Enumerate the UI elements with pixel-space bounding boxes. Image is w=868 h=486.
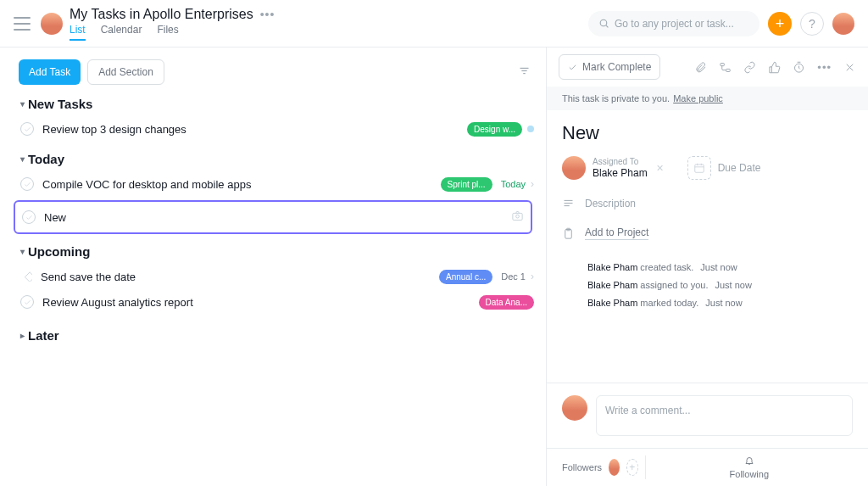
svg-rect-9 bbox=[726, 69, 730, 71]
tab-list[interactable]: List bbox=[70, 24, 86, 41]
section-today[interactable]: ▾ Today bbox=[20, 152, 539, 166]
field-row: Assigned To Blake Pham ✕ Due Date bbox=[562, 156, 853, 180]
following-label[interactable]: Following bbox=[730, 469, 769, 479]
due-date-label: Due Date bbox=[718, 162, 761, 174]
add-task-button[interactable]: Add Task bbox=[19, 59, 81, 85]
task-title: Compile VOC for desktop and mobile apps bbox=[42, 178, 441, 191]
section-title: Today bbox=[28, 152, 64, 166]
camera-icon[interactable] bbox=[511, 209, 524, 225]
topbar: My Tasks in Apollo Enterprises ••• List … bbox=[0, 0, 868, 47]
task-list-pane: Add Task Add Section ▾ New Tasks Review … bbox=[0, 47, 546, 486]
user-avatar[interactable] bbox=[832, 13, 854, 35]
link-icon[interactable] bbox=[743, 61, 756, 74]
svg-line-1 bbox=[606, 25, 608, 27]
assignee-field[interactable]: Assigned To Blake Pham ✕ bbox=[562, 156, 664, 180]
clipboard-icon bbox=[562, 227, 575, 240]
filter-icon[interactable] bbox=[518, 64, 539, 80]
complete-checkbox[interactable] bbox=[20, 177, 34, 191]
detail-task-title[interactable]: New bbox=[562, 122, 853, 144]
project-pill[interactable]: Sprint pl... bbox=[441, 177, 492, 192]
add-follower-button[interactable]: + bbox=[626, 459, 638, 476]
follower-avatar[interactable] bbox=[609, 459, 620, 476]
caret-down-icon: ▾ bbox=[20, 247, 25, 256]
due-date-field[interactable]: Due Date bbox=[687, 156, 761, 180]
make-public-link[interactable]: Make public bbox=[673, 93, 723, 103]
global-add-button[interactable]: + bbox=[768, 12, 792, 36]
comment-area: Write a comment... bbox=[547, 383, 868, 448]
search-input[interactable]: Go to any project or task... bbox=[588, 11, 760, 36]
section-upcoming[interactable]: ▾ Upcoming bbox=[20, 244, 539, 259]
timer-icon[interactable] bbox=[793, 61, 805, 74]
tab-files[interactable]: Files bbox=[157, 24, 178, 41]
comment-input[interactable]: Write a comment... bbox=[596, 395, 853, 436]
task-row[interactable]: Send save the date Annual c... Dec 1 › bbox=[19, 264, 539, 289]
tab-calendar[interactable]: Calendar bbox=[101, 24, 142, 41]
followers-row: Followers + Following bbox=[547, 448, 868, 486]
task-detail-pane: Mark Complete ••• This task is private t… bbox=[546, 47, 868, 486]
detail-icon-row: ••• bbox=[694, 61, 856, 74]
page-title: My Tasks in Apollo Enterprises bbox=[70, 7, 253, 22]
add-to-project-field[interactable]: Add to Project bbox=[562, 226, 853, 240]
section-new-tasks[interactable]: ▾ New Tasks bbox=[20, 97, 539, 111]
help-button[interactable]: ? bbox=[800, 12, 824, 36]
complete-checkbox[interactable] bbox=[22, 210, 36, 224]
svg-rect-13 bbox=[694, 165, 704, 172]
attachment-icon[interactable] bbox=[694, 61, 707, 74]
task-title: Send save the date bbox=[41, 271, 439, 283]
search-icon bbox=[598, 18, 609, 29]
activity-item: Blake Pham created task.Just now bbox=[587, 259, 853, 277]
task-row[interactable]: Review top 3 design changes Design w... bbox=[19, 116, 539, 142]
svg-rect-5 bbox=[513, 213, 522, 220]
chevron-right-icon: › bbox=[531, 271, 534, 282]
description-icon bbox=[562, 197, 575, 209]
task-title: Review top 3 design changes bbox=[42, 123, 467, 136]
menu-icon[interactable] bbox=[14, 17, 31, 31]
svg-point-6 bbox=[516, 215, 520, 218]
calendar-icon bbox=[687, 156, 711, 180]
add-to-project-label: Add to Project bbox=[585, 226, 648, 240]
task-row[interactable]: Review August analytics report Data Ana.… bbox=[19, 289, 539, 315]
caret-down-icon: ▾ bbox=[20, 99, 25, 109]
section-later[interactable]: ▸ Later bbox=[20, 328, 539, 343]
main: Add Task Add Section ▾ New Tasks Review … bbox=[0, 47, 868, 486]
like-icon[interactable] bbox=[768, 61, 781, 74]
bell-icon bbox=[744, 455, 754, 466]
workspace-avatar[interactable] bbox=[41, 13, 63, 35]
milestone-icon[interactable] bbox=[20, 270, 41, 284]
clear-assignee-icon[interactable]: ✕ bbox=[656, 163, 664, 174]
task-row[interactable]: Compile VOC for desktop and mobile apps … bbox=[19, 171, 539, 197]
due-date: Dec 1 bbox=[501, 271, 526, 282]
task-row-editing[interactable] bbox=[14, 200, 532, 234]
section-title: Later bbox=[28, 328, 59, 343]
project-pill[interactable]: Data Ana... bbox=[479, 295, 534, 310]
section-title: Upcoming bbox=[28, 244, 90, 259]
close-icon[interactable] bbox=[843, 61, 856, 74]
assignee-avatar bbox=[562, 156, 586, 180]
chevron-right-icon: › bbox=[531, 178, 534, 190]
caret-right-icon: ▸ bbox=[20, 331, 25, 340]
comment-avatar bbox=[562, 395, 587, 421]
project-pill[interactable]: Annual c... bbox=[439, 270, 492, 284]
activity-item: Blake Pham assigned to you.Just now bbox=[587, 277, 853, 294]
subtask-icon[interactable] bbox=[719, 61, 732, 74]
detail-body: New Assigned To Blake Pham ✕ Due Date bbox=[547, 110, 868, 383]
mark-complete-label: Mark Complete bbox=[582, 61, 651, 73]
list-toolbar: Add Task Add Section bbox=[19, 59, 539, 85]
new-task-input[interactable] bbox=[44, 211, 511, 224]
comment-placeholder: Write a comment... bbox=[605, 405, 690, 416]
privacy-text: This task is private to you. bbox=[562, 93, 670, 103]
activity-item: Blake Pham marked today.Just now bbox=[587, 294, 853, 312]
description-field[interactable]: Description bbox=[562, 197, 853, 209]
tag-dot bbox=[527, 126, 534, 132]
add-section-button[interactable]: Add Section bbox=[87, 59, 164, 85]
activity-log: Blake Pham created task.Just now Blake P… bbox=[562, 259, 853, 312]
mark-complete-button[interactable]: Mark Complete bbox=[559, 54, 660, 80]
project-pill[interactable]: Design w... bbox=[467, 122, 522, 137]
more-icon[interactable]: ••• bbox=[817, 61, 832, 74]
complete-checkbox[interactable] bbox=[20, 295, 34, 309]
complete-checkbox[interactable] bbox=[20, 122, 34, 136]
view-tabs: List Calendar Files bbox=[70, 24, 275, 41]
caret-down-icon: ▾ bbox=[20, 154, 25, 164]
more-icon[interactable]: ••• bbox=[260, 8, 275, 21]
task-title: Review August analytics report bbox=[42, 296, 479, 309]
